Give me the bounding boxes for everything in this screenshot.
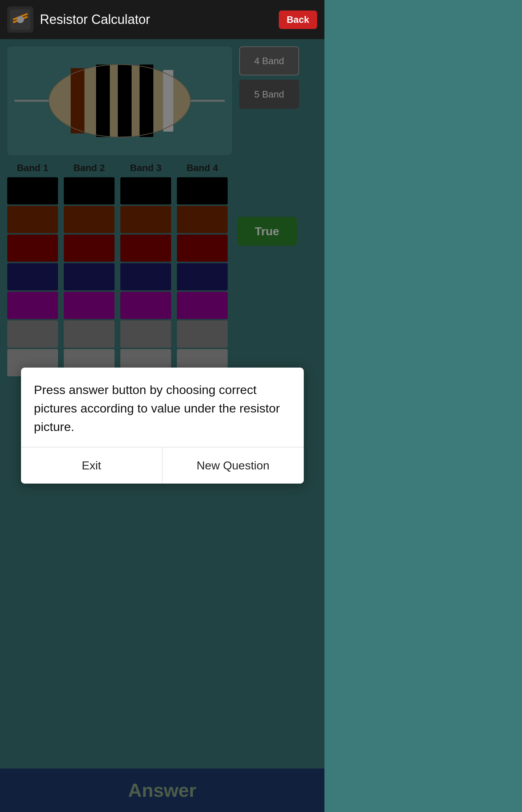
exit-button[interactable]: Exit (21, 447, 163, 484)
back-button[interactable]: Back (279, 11, 317, 29)
dialog-body: Press answer button by choosing correct … (21, 368, 304, 447)
app-title: Resistor Calculator (40, 12, 279, 27)
dialog-message: Press answer button by choosing correct … (34, 381, 291, 436)
app-icon (7, 7, 33, 33)
app-header: Resistor Calculator Back (0, 0, 324, 39)
main-content: 4 Band 5 Band Band 1 Band 2 (0, 39, 324, 812)
dialog-overlay: Press answer button by choosing correct … (0, 39, 324, 812)
svg-point-3 (17, 16, 24, 23)
dialog: Press answer button by choosing correct … (21, 368, 304, 484)
dialog-buttons: Exit New Question (21, 447, 304, 484)
new-question-button[interactable]: New Question (162, 447, 304, 484)
